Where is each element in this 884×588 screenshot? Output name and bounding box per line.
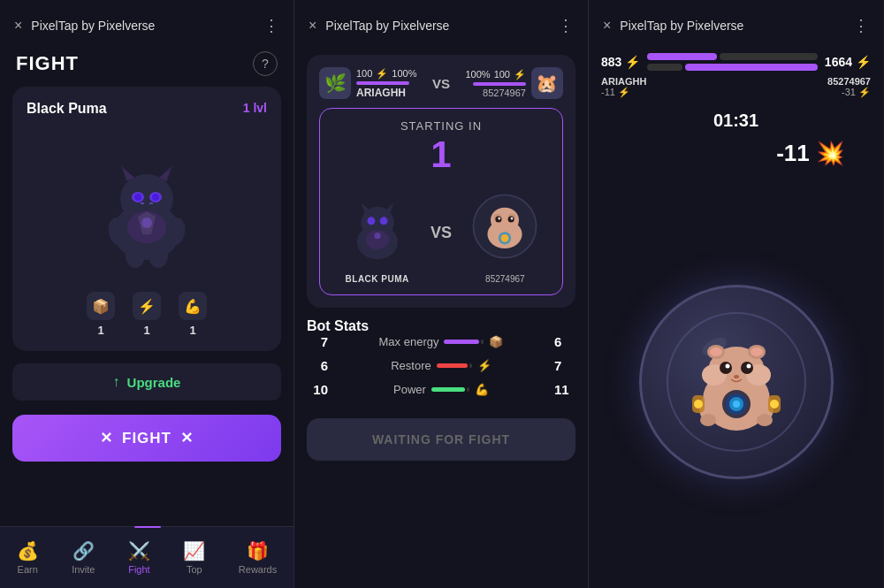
svg-point-56 <box>757 414 773 426</box>
menu-button-1[interactable]: ⋮ <box>263 16 279 35</box>
fight-label: FIGHT <box>122 430 171 447</box>
starting-countdown: 1 <box>431 136 451 173</box>
player2-avatar: 🐹 <box>531 67 563 99</box>
app-title-3: PixelTap by Pixelverse <box>620 19 743 33</box>
fight-swords-icon-right: ✕ <box>180 429 194 447</box>
svg-point-48 <box>720 362 732 374</box>
menu-button-3[interactable]: ⋮ <box>853 16 869 35</box>
fighter1-side: BLACK PUMA <box>338 182 417 284</box>
stat-value-1: 1 <box>143 324 149 337</box>
hud-energy-left: 883⚡ <box>601 55 640 69</box>
nav-top[interactable]: 📈 Top <box>176 537 212 578</box>
hud-energy-right: 1664⚡ <box>825 55 871 69</box>
svg-point-16 <box>141 218 152 228</box>
energy-icon-2: ⚡ <box>514 69 526 80</box>
nav-rewards[interactable]: 🎁 Rewards <box>232 537 284 578</box>
fight-page-title: FIGHT <box>16 52 79 75</box>
menu-button-2[interactable]: ⋮ <box>558 16 574 35</box>
player2-energy: 100% 100 ⚡ 85274967 <box>465 69 526 98</box>
fighter1-image <box>338 182 417 271</box>
hud-bar-row-2 <box>647 64 817 71</box>
svg-point-35 <box>511 218 514 220</box>
svg-point-37 <box>501 234 509 242</box>
svg-marker-22 <box>384 202 394 213</box>
starting-in-box: STARTING IN 1 <box>319 108 563 295</box>
nav-earn[interactable]: 💰 Earn <box>10 537 46 578</box>
top-icon: 📈 <box>183 540 205 561</box>
nav-fight-label: Fight <box>128 564 149 575</box>
stat-value-2: 1 <box>189 324 195 337</box>
puma-svg <box>89 139 204 271</box>
hud-bar-p2 <box>685 64 818 71</box>
upgrade-button[interactable]: ↑ Upgrade <box>12 363 281 401</box>
hud-bar-row-1 <box>647 53 817 60</box>
help-button[interactable]: ? <box>253 51 278 76</box>
player2-score: 85274967 <box>483 88 526 98</box>
stat-row-0: 7 Max energy 📦 6 <box>307 334 575 349</box>
panel-battle-preview: × PixelTap by Pixelverse ⋮ 🌿 100 ⚡ 100% … <box>294 0 589 588</box>
fight-button[interactable]: ✕ FIGHT ✕ <box>12 415 281 462</box>
hud-p1-name: ARIAGHH <box>601 76 646 87</box>
stat-row-1: 6 Restore ⚡ 7 <box>307 358 575 373</box>
hud-p2-delta: -31 ⚡ <box>827 87 871 98</box>
character-image <box>85 134 209 276</box>
svg-point-9 <box>152 194 159 201</box>
player2-info: 🐹 100% 100 ⚡ 85274967 <box>465 67 563 99</box>
nav-invite-label: Invite <box>72 564 95 575</box>
app-title-2: PixelTap by Pixelverse <box>325 19 449 33</box>
stat-left-2: 10 <box>307 382 328 397</box>
character-level: 1 lvl <box>243 101 267 117</box>
panel2-header: × PixelTap by Pixelverse ⋮ <box>294 0 588 44</box>
fight-title-row: FIGHT ? <box>0 44 293 87</box>
close-button[interactable]: × <box>14 18 22 34</box>
rewards-icon: 🎁 <box>247 540 269 561</box>
stat-right-2: 11 <box>554 382 575 397</box>
bot-stats-title: Bot Stats <box>307 318 369 333</box>
svg-point-50 <box>725 364 729 369</box>
fighter1-name: BLACK PUMA <box>346 274 409 284</box>
player1-avatar: 🌿 <box>319 67 351 99</box>
svg-marker-21 <box>361 202 371 213</box>
svg-point-23 <box>367 217 375 225</box>
character-name: Black Puma <box>27 101 107 117</box>
character-stats-row: 📦 1 ⚡ 1 💪 1 <box>27 292 267 337</box>
starting-in-label: STARTING IN <box>400 119 482 133</box>
hud-e2-val: 1664 <box>825 55 852 69</box>
hud-p2-name-block: 85274967 -31 ⚡ <box>827 76 871 98</box>
player1-name: ARIAGHH <box>356 87 417 99</box>
svg-point-55 <box>700 414 716 426</box>
svg-point-34 <box>499 218 501 220</box>
svg-point-60 <box>733 401 740 408</box>
hud-top-row: 883⚡ 1664⚡ <box>601 53 871 71</box>
stat-label-1: Restore ⚡ <box>333 359 549 372</box>
nav-rewards-label: Rewards <box>239 564 277 575</box>
stat-label-2: Power 💪 <box>333 383 549 396</box>
stats-table: 7 Max energy 📦 6 6 Restore <box>307 334 575 397</box>
vs-label: VS <box>432 76 450 91</box>
character-card: Black Puma 1 lvl <box>12 87 281 351</box>
panel1-header: × PixelTap by Pixelverse ⋮ <box>0 0 293 44</box>
close-button-3[interactable]: × <box>603 18 611 34</box>
energy-icon-1: ⚡ <box>376 68 388 80</box>
fight-swords-icon-left: ✕ <box>100 429 113 447</box>
svg-point-52 <box>734 375 739 378</box>
hud-names-row: ARIAGHH -11 ⚡ 85274967 -31 ⚡ <box>601 76 871 98</box>
svg-point-49 <box>741 362 753 374</box>
svg-point-64 <box>770 400 779 409</box>
nav-invite[interactable]: 🔗 Invite <box>65 537 102 578</box>
fighter2-image <box>465 182 545 271</box>
svg-point-47 <box>751 347 763 356</box>
close-button-2[interactable]: × <box>309 18 316 34</box>
player1-energy-pct: 100% <box>392 68 416 79</box>
fighters-row: BLACK PUMA VS <box>331 182 552 284</box>
player1-info: 🌿 100 ⚡ 100% ARIAGHH <box>319 67 417 99</box>
invite-icon: 🔗 <box>72 540 95 561</box>
nav-top-label: Top <box>187 564 202 575</box>
stat-icon-box: 📦 <box>87 292 115 320</box>
svg-point-14 <box>126 243 145 268</box>
nav-fight[interactable]: ⚔️ Fight <box>121 537 157 578</box>
character-name-row: Black Puma 1 lvl <box>27 101 267 117</box>
svg-point-51 <box>746 364 751 369</box>
hud-bars <box>647 53 817 71</box>
player1-energy: 100 ⚡ 100% ARIAGHH <box>356 68 417 99</box>
